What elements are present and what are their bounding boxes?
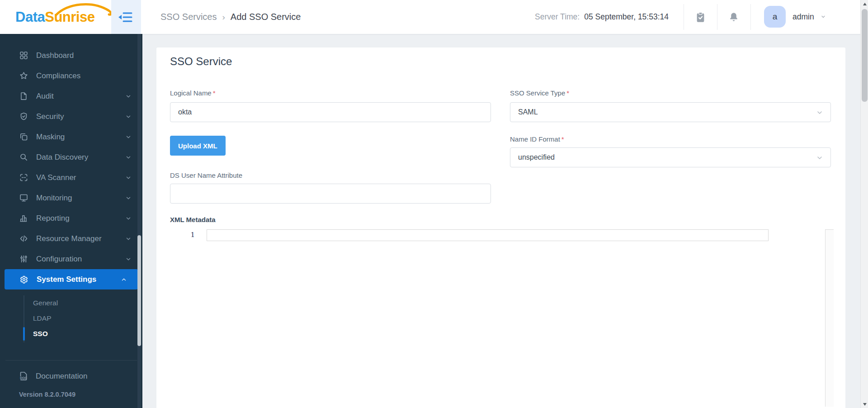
sidebar-item-resource-manager[interactable]: Resource Manager (0, 228, 142, 249)
breadcrumb: SSO Services › Add SSO Service (160, 0, 301, 34)
required-asterisk: * (561, 135, 564, 143)
server-time-value: 05 September, 15:53:14 (584, 12, 669, 22)
tasks-button[interactable] (692, 0, 709, 34)
logical-name-input[interactable] (170, 102, 491, 122)
sidebar-item-label: Security (36, 112, 64, 121)
monitor-icon (19, 193, 28, 203)
logical-name-label: Logical Name* (170, 89, 216, 97)
sidebar-item-reporting[interactable]: Reporting (0, 208, 142, 228)
header-divider (684, 4, 684, 30)
chevron-down-icon (125, 175, 132, 181)
chevron-up-icon (121, 276, 127, 283)
sidebar-scrollbar-track (137, 34, 141, 408)
code-icon (19, 234, 28, 243)
ds-user-name-attribute-input[interactable] (170, 184, 491, 204)
arrow-up-icon (863, 3, 867, 5)
bell-icon (728, 11, 740, 23)
page-scrollbar (860, 0, 868, 408)
xml-editor-line[interactable] (207, 229, 769, 241)
dashboard-icon (19, 51, 28, 60)
scroll-up-button[interactable] (861, 0, 868, 8)
chevron-down-icon (125, 93, 132, 100)
sidebar-subitem-sso[interactable]: SSO (33, 326, 48, 342)
name-id-format-value: unspecified (518, 153, 555, 161)
scroll-down-button[interactable] (861, 400, 868, 408)
server-time-label: Server Time: (535, 12, 580, 22)
sidebar-item-va-scanner[interactable]: VA Scanner (0, 167, 142, 188)
sidebar-subitem-general[interactable]: General (33, 295, 58, 311)
sidebar-item-compliances[interactable]: Compliances (0, 66, 142, 86)
main-content: SSO Service Logical Name* Upload XML DS … (142, 34, 868, 408)
avatar[interactable]: a (764, 6, 786, 28)
header-divider (750, 4, 751, 30)
sidebar-item-label: Resource Manager (36, 234, 102, 243)
version-label: Version 8.2.0.7049 (0, 391, 142, 408)
chevron-down-icon (125, 134, 132, 140)
sidebar-item-label: Data Discovery (36, 153, 88, 162)
sidebar-item-data-discovery[interactable]: Data Discovery (0, 147, 142, 167)
sso-service-type-value: SAML (518, 108, 538, 116)
sidebar-collapse-button[interactable] (111, 0, 141, 34)
page-scrollbar-thumb[interactable] (862, 9, 868, 102)
doc-file-icon: DOC (18, 370, 29, 382)
xml-metadata-label: XML Metadata (170, 216, 216, 223)
chevron-down-icon (816, 154, 823, 161)
breadcrumb-separator: › (222, 12, 225, 22)
bar-chart-icon (19, 213, 28, 223)
subitem-label: SSO (33, 330, 48, 338)
sidebar-item-monitoring[interactable]: Monitoring (0, 188, 142, 208)
gear-icon (19, 275, 29, 285)
sidebar-divider (5, 360, 137, 361)
sunrise-arc-icon (54, 2, 117, 16)
name-id-format-label: Name ID Format* (510, 135, 564, 143)
logo-text-data: Data (15, 9, 45, 25)
chevron-down-icon (125, 195, 132, 201)
chevron-down-icon (125, 215, 132, 222)
ds-user-name-attribute-label: DS User Name Attribute (170, 171, 242, 179)
sliders-icon (19, 254, 28, 264)
sidebar-item-label: System Settings (37, 275, 96, 284)
sso-service-type-label: SSO Service Type* (510, 89, 569, 97)
sidebar-footer: DOC Documentation Version 8.2.0.7049 (0, 360, 142, 408)
editor-line-number: 1 (170, 229, 195, 241)
user-name-label: admin (793, 12, 814, 22)
copy-icon (19, 132, 28, 142)
breadcrumb-sso-services[interactable]: SSO Services (160, 12, 217, 22)
sidebar-item-configuration[interactable]: Configuration (0, 249, 142, 269)
sidebar-item-label: Masking (36, 133, 65, 142)
user-menu[interactable]: admin (793, 0, 814, 34)
notifications-button[interactable] (725, 0, 742, 34)
sidebar-item-label: Dashboard (36, 51, 74, 60)
chevron-down-icon (125, 236, 132, 242)
required-asterisk: * (566, 89, 569, 97)
arrow-down-icon (863, 403, 867, 406)
indent-left-icon (118, 11, 134, 24)
server-time: Server Time: 05 September, 15:53:14 (535, 0, 669, 34)
sidebar-item-masking[interactable]: Masking (0, 127, 142, 147)
file-icon (19, 91, 28, 101)
breadcrumb-add-sso-service: Add SSO Service (231, 12, 301, 22)
upload-xml-button[interactable]: Upload XML (170, 136, 226, 156)
svg-text:DOC: DOC (20, 376, 27, 380)
editor-scrollbar-track[interactable] (825, 229, 834, 407)
page-title: SSO Service (170, 55, 232, 68)
chevron-down-icon[interactable] (820, 14, 826, 19)
sidebar-item-label: Monitoring (36, 194, 72, 203)
sidebar-item-audit[interactable]: Audit (0, 86, 142, 106)
chevron-down-icon (125, 256, 132, 262)
sidebar-item-security[interactable]: Security (0, 106, 142, 127)
chevron-down-icon (816, 109, 823, 116)
chevron-down-icon (125, 114, 132, 120)
sidebar-item-dashboard[interactable]: Dashboard (0, 45, 142, 66)
sidebar-subitem-ldap[interactable]: LDAP (33, 311, 52, 326)
documentation-link[interactable]: DOC Documentation (0, 370, 142, 382)
subitem-label: LDAP (33, 314, 52, 323)
name-id-format-select[interactable]: unspecified (510, 147, 831, 167)
shield-check-icon (19, 112, 28, 121)
header-divider (717, 4, 717, 30)
sidebar-item-system-settings[interactable]: System Settings (5, 269, 138, 289)
sidebar-scrollbar-thumb[interactable] (137, 235, 141, 346)
datasunrise-logo[interactable]: DataSunrise (15, 0, 94, 34)
documentation-label: Documentation (36, 372, 87, 381)
sso-service-type-select[interactable]: SAML (510, 102, 831, 122)
